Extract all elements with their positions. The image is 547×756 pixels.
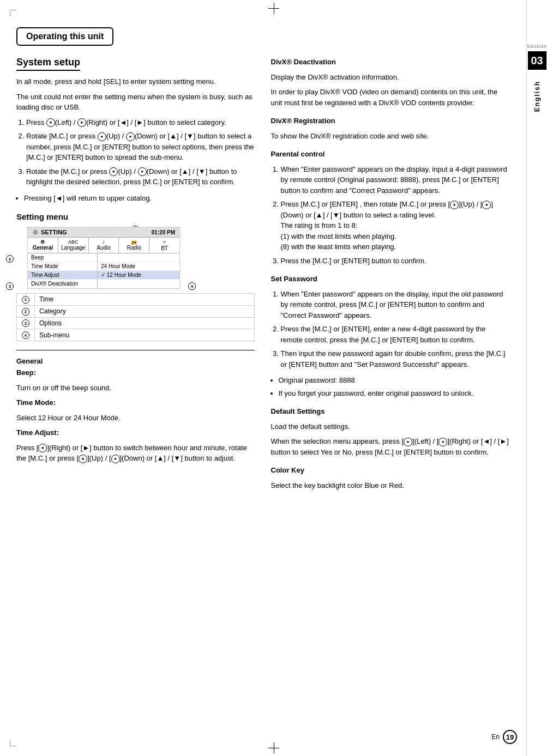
corner-mark-tl [10, 10, 16, 16]
menu-rows: Beep Time Mode 24 Hour Mode Time Adjust [28, 253, 179, 288]
parental-steps: When "Enter password" appears on the dis… [281, 164, 509, 267]
bt-icon: ⌗ [152, 239, 177, 245]
divx-deact-desc: Display the DivX® activation information… [271, 72, 509, 83]
step-2: Rotate [M.C.] or press ●(Up) / ●(Down) o… [26, 131, 255, 163]
beep-label: Beep [28, 253, 98, 262]
time-adjust-desc: Press [●](Right) or [►] button to switch… [16, 443, 255, 464]
bullet-list: Pressing [◄] will return to upper catalo… [24, 193, 255, 204]
menu-header-left: SETTING [32, 229, 67, 235]
btn-dot-4: ● [126, 132, 135, 141]
intro-p1: In all mode, press and hold [SEL] to ent… [16, 76, 255, 87]
intro-p2: The unit could not enter the setting men… [16, 92, 255, 113]
beep-title-bold: Beep: [16, 368, 36, 377]
bullet-1: Pressing [◄] will return to upper catalo… [24, 193, 255, 204]
page-number-prefix: En [491, 733, 500, 741]
color-key-bold: Color Key [271, 466, 304, 474]
timemode-options: 24 Hour Mode [98, 262, 179, 270]
btn-dot-2: ● [77, 118, 86, 127]
tab-bt: ⌗ BT [149, 238, 179, 253]
beep-title: Beep: [16, 367, 255, 378]
divx-deact-detail: In order to play DivX® VOD (video on dem… [271, 87, 509, 108]
legend-label-2: Category [35, 305, 255, 317]
divx-deactivation-section: DivX® Deactivation Display the DivX® act… [271, 57, 509, 108]
time-adjust-bold: Time Adjust: [16, 428, 59, 437]
parental-control-section: Parental control When "Enter password" a… [271, 149, 509, 266]
parental-step-2: Press [M.C.] or [ENTER] , then rotate [M… [281, 199, 509, 252]
menu-tabs: ⚙ General ABC Language ♪ Audio [28, 238, 179, 253]
general-section: General Beep: Turn on or off the beep so… [16, 357, 255, 464]
radio-icon: 📻 [121, 239, 147, 245]
legend-row-4: 4 Sub-menu [17, 329, 255, 341]
menu-row-timemode: Time Mode 24 Hour Mode [28, 262, 179, 271]
callout-4-pos: 4 [188, 282, 196, 290]
callout-3-pos: 3 [5, 282, 14, 290]
diagram-wrapper: 1 2 3 4 [16, 227, 202, 289]
setpw-bullets: Original password: 8888 If you forget yo… [279, 375, 509, 398]
page-number-circle: 19 [503, 730, 517, 744]
set-password-steps: When "Enter password" appears on the dis… [281, 289, 509, 370]
menu-row-timeadjust: Time Adjust 12 Hour Mode [28, 271, 179, 280]
legend-num-4: 4 [17, 329, 35, 341]
callout-2-pos: 2 [5, 255, 14, 263]
language-icon: ABC [61, 239, 86, 245]
setpw-step-3: Then input the new password again for do… [281, 348, 509, 370]
btn-dot-ds1: ● [404, 438, 412, 446]
btn-dot-6: ● [138, 167, 147, 176]
beep-options [98, 253, 179, 262]
legend-label-4: Sub-menu [35, 329, 255, 341]
btn-dot-ds2: ● [438, 438, 447, 446]
page-number-area: En 19 [491, 730, 517, 744]
legend-label-1: Time [35, 294, 255, 306]
legend-row-1: 1 Time [17, 294, 255, 306]
timeadjust-label: Time Adjust [28, 271, 98, 279]
tab-general: ⚙ General [28, 238, 58, 253]
parental-title: Parental control [271, 149, 509, 160]
setting-menu-section: Setting menu 1 2 3 [16, 212, 255, 341]
time-mode-desc: Select 12 Hour or 24 Hour Mode. [16, 413, 255, 424]
tab-language: ABC Language [58, 238, 89, 253]
btn-dot-pc1: ● [450, 201, 459, 209]
setpw-step-2: Press the [M.C.] or [ENTER], enter a new… [281, 324, 509, 345]
parental-step-1: When "Enter password" appears on the dis… [281, 164, 509, 196]
legend-table: 1 Time 2 Category 3 Options 4 Sub-menu [16, 293, 255, 341]
tab-radio: 📻 Radio [119, 238, 149, 253]
color-key-desc: Select the key backlight color Blue or R… [271, 480, 509, 491]
option-24hr: 24 Hour Mode [101, 263, 176, 269]
divx-reg-title: DivX® Registration [271, 116, 509, 126]
setting-menu-title: Setting menu [16, 212, 255, 221]
beep-desc: Turn on or off the beep sound. [16, 383, 255, 394]
menu-header: SETTING 01:20 PM [28, 227, 179, 238]
tab-language-label: Language [61, 245, 86, 251]
corner-mark-bl [10, 740, 16, 746]
timemode-label: Time Mode [28, 262, 98, 270]
set-password-bold: Set Password [271, 275, 317, 283]
legend-row-3: 3 Options [17, 317, 255, 329]
setpw-bullet-1: Original password: 8888 [279, 375, 509, 386]
left-column: System setup In all mode, press and hold… [16, 57, 255, 495]
divider-1 [16, 350, 255, 350]
tab-audio: ♪ Audio [89, 238, 119, 253]
setpw-step-1: When "Enter password" appears on the dis… [281, 289, 509, 321]
right-column: DivX® Deactivation Display the DivX® act… [271, 57, 509, 495]
main-content: Operating this unit System setup In all … [0, 0, 525, 506]
legend-row-2: 2 Category [17, 305, 255, 317]
language-label: English [533, 81, 541, 112]
set-password-section: Set Password When "Enter password" appea… [271, 274, 509, 398]
callout-4-circle: 4 [188, 282, 196, 290]
setpw-bullet-2: If you forget your password, enter origi… [279, 388, 509, 399]
tab-general-label: General [33, 245, 53, 251]
setup-steps-list: Press ●(Left) / ●(Right) or [◄] / [►] bu… [26, 117, 255, 188]
general-icon: ⚙ [30, 239, 56, 245]
tab-bt-label: BT [161, 245, 168, 251]
default-settings-desc: Load the default settings. [271, 421, 509, 432]
page-title: Operating this unit [16, 27, 113, 46]
setting-gear-icon [32, 229, 39, 235]
callout-3-circle: 3 [6, 282, 14, 290]
divx-options [98, 280, 179, 288]
step-3: Rotate the [M.C.] or press ●(Up) / ●(Dow… [26, 166, 255, 188]
divx-deact-title: DivX® Deactivation [271, 57, 509, 68]
timeadjust-options: 12 Hour Mode [98, 271, 179, 279]
section-bar: Section 03 English [526, 0, 547, 756]
callout-2-circle: 2 [6, 255, 14, 263]
color-key-title: Color Key [271, 465, 509, 476]
